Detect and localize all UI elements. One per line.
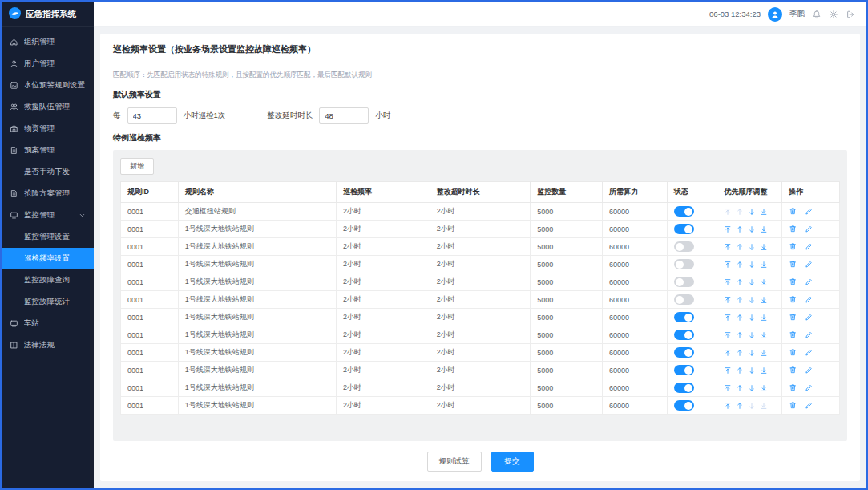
- sidebar-item[interactable]: 是否手动下发: [2, 161, 94, 183]
- sidebar-item[interactable]: 用户管理: [2, 53, 94, 75]
- move-top-icon[interactable]: [724, 349, 732, 357]
- sidebar-item[interactable]: 抢险方案管理: [2, 183, 94, 205]
- edit-icon[interactable]: [805, 330, 813, 339]
- sidebar-item[interactable]: 监控故障统计: [2, 291, 94, 313]
- edit-icon[interactable]: [805, 383, 813, 392]
- delete-icon[interactable]: [789, 277, 797, 286]
- edit-icon[interactable]: [805, 295, 813, 304]
- status-toggle[interactable]: [674, 206, 694, 217]
- delete-icon[interactable]: [789, 260, 797, 269]
- delete-icon[interactable]: [789, 330, 797, 339]
- status-toggle[interactable]: [674, 259, 694, 269]
- status-toggle[interactable]: [674, 277, 694, 287]
- move-bottom-icon[interactable]: [760, 243, 768, 251]
- delete-icon[interactable]: [789, 313, 797, 322]
- sidebar-item[interactable]: 物资管理: [2, 118, 94, 140]
- frequency-input[interactable]: [127, 107, 177, 124]
- move-bottom-icon[interactable]: [760, 296, 768, 304]
- move-top-icon[interactable]: [724, 314, 732, 322]
- move-down-icon[interactable]: [748, 261, 756, 269]
- sidebar-item[interactable]: 水位预警规则设置: [2, 75, 94, 96]
- status-toggle[interactable]: [674, 224, 694, 234]
- move-top-icon[interactable]: [724, 296, 732, 304]
- move-bottom-icon[interactable]: [760, 349, 768, 357]
- move-down-icon[interactable]: [748, 278, 756, 286]
- move-bottom-icon[interactable]: [760, 261, 768, 269]
- move-up-icon[interactable]: [736, 331, 744, 339]
- move-top-icon[interactable]: [724, 402, 732, 410]
- sidebar-item[interactable]: 车站: [2, 313, 94, 334]
- move-down-icon[interactable]: [748, 314, 756, 322]
- edit-icon[interactable]: [805, 277, 813, 286]
- add-rule-button[interactable]: 新增: [120, 158, 154, 175]
- move-up-icon[interactable]: [736, 261, 744, 269]
- delete-icon[interactable]: [789, 225, 797, 233]
- move-bottom-icon[interactable]: [760, 366, 768, 375]
- delete-icon[interactable]: [789, 207, 797, 216]
- move-bottom-icon[interactable]: [760, 225, 768, 233]
- move-down-icon[interactable]: [748, 331, 756, 339]
- move-up-icon[interactable]: [736, 278, 744, 286]
- sidebar-item[interactable]: 监控故障查询: [2, 269, 94, 291]
- move-up-icon[interactable]: [736, 402, 744, 410]
- edit-icon[interactable]: [805, 242, 813, 251]
- delete-icon[interactable]: [789, 401, 797, 410]
- edit-icon[interactable]: [805, 401, 813, 410]
- delete-icon[interactable]: [789, 366, 797, 375]
- bell-icon[interactable]: [812, 10, 822, 19]
- move-bottom-icon[interactable]: [760, 314, 768, 322]
- move-up-icon[interactable]: [736, 349, 744, 357]
- move-down-icon[interactable]: [748, 225, 756, 233]
- status-toggle[interactable]: [674, 294, 694, 305]
- sidebar-item[interactable]: 巡检频率设置: [2, 248, 94, 269]
- settings-icon[interactable]: [829, 10, 838, 19]
- move-up-icon[interactable]: [736, 296, 744, 304]
- status-toggle[interactable]: [674, 312, 694, 322]
- edit-icon[interactable]: [805, 366, 813, 375]
- move-down-icon[interactable]: [748, 296, 756, 304]
- move-top-icon[interactable]: [724, 225, 732, 233]
- move-top-icon[interactable]: [724, 278, 732, 286]
- move-down-icon[interactable]: [748, 243, 756, 251]
- move-up-icon[interactable]: [736, 225, 744, 233]
- edit-icon[interactable]: [805, 348, 813, 357]
- move-bottom-icon[interactable]: [760, 384, 768, 392]
- status-toggle[interactable]: [674, 241, 694, 252]
- move-up-icon[interactable]: [736, 384, 744, 392]
- move-top-icon[interactable]: [724, 243, 732, 251]
- status-toggle[interactable]: [674, 365, 694, 375]
- move-down-icon[interactable]: [748, 349, 756, 357]
- sidebar-item[interactable]: 监控管理: [2, 205, 94, 226]
- status-toggle[interactable]: [674, 400, 694, 411]
- rule-trial-button[interactable]: 规则试算: [427, 452, 482, 472]
- delete-icon[interactable]: [789, 383, 797, 392]
- move-top-icon[interactable]: [724, 261, 732, 269]
- move-top-icon[interactable]: [724, 384, 732, 392]
- edit-icon[interactable]: [805, 225, 813, 233]
- status-toggle[interactable]: [674, 383, 694, 393]
- move-bottom-icon[interactable]: [760, 208, 768, 216]
- status-toggle[interactable]: [674, 347, 694, 358]
- move-up-icon[interactable]: [736, 243, 744, 251]
- sidebar-item[interactable]: 组织管理: [2, 31, 94, 53]
- sidebar-item[interactable]: 法律法规: [2, 334, 94, 356]
- move-down-icon[interactable]: [748, 384, 756, 392]
- move-top-icon[interactable]: [724, 331, 732, 339]
- sidebar-item[interactable]: 预案管理: [2, 140, 94, 161]
- delete-icon[interactable]: [789, 295, 797, 304]
- sidebar-item[interactable]: 监控管理设置: [2, 226, 94, 248]
- move-bottom-icon[interactable]: [760, 331, 768, 339]
- delete-icon[interactable]: [789, 348, 797, 357]
- move-bottom-icon[interactable]: [760, 278, 768, 286]
- edit-icon[interactable]: [805, 207, 813, 216]
- delete-icon[interactable]: [789, 242, 797, 251]
- avatar[interactable]: [768, 7, 782, 22]
- edit-icon[interactable]: [805, 313, 813, 322]
- delay-input[interactable]: [319, 107, 369, 124]
- submit-button[interactable]: 提交: [491, 452, 534, 472]
- move-down-icon[interactable]: [748, 208, 756, 216]
- sidebar-item[interactable]: 救援队伍管理: [2, 96, 94, 118]
- edit-icon[interactable]: [805, 260, 813, 269]
- status-toggle[interactable]: [674, 330, 694, 340]
- move-top-icon[interactable]: [724, 366, 732, 375]
